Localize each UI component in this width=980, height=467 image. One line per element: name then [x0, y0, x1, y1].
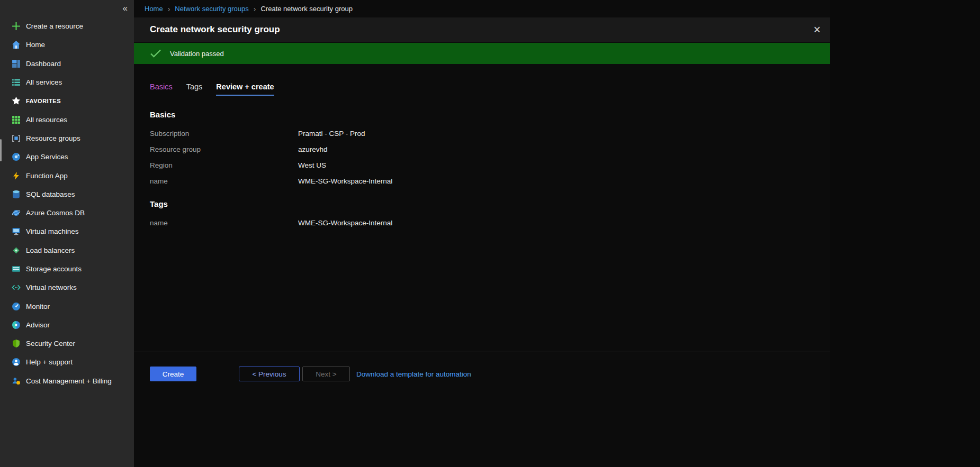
sidebar-item-create-a-resource[interactable]: Create a resource — [0, 17, 134, 35]
sidebar-item-label: Virtual networks — [26, 283, 77, 291]
sidebar-collapse-icon[interactable]: « — [123, 3, 128, 14]
checkmark-icon — [150, 49, 161, 58]
sidebar-item-all-services[interactable]: All services — [0, 73, 134, 91]
lightning-icon — [12, 171, 21, 180]
sidebar-section-favorites: FAVORITES — [0, 91, 134, 110]
favorites-header: FAVORITES — [26, 98, 61, 104]
row-value: West US — [298, 161, 326, 169]
sidebar-item-label: All resources — [26, 116, 67, 124]
sidebar-item-label: Storage accounts — [26, 265, 82, 273]
footer-actions: Create < Previous Next > Download a temp… — [150, 367, 471, 381]
virtual-machine-icon — [12, 227, 21, 236]
create-button[interactable]: Create — [150, 367, 196, 381]
sidebar-item-label: Help + support — [26, 358, 73, 366]
sidebar-item-sql-databases[interactable]: SQL databases — [0, 185, 134, 204]
review-row-subscription: Subscription Pramati - CSP - Prod — [150, 125, 830, 141]
sidebar-item-label: Load balancers — [26, 246, 75, 254]
sidebar-item-label: Azure Cosmos DB — [26, 209, 85, 217]
tab-tags[interactable]: Tags — [186, 83, 203, 96]
sidebar-item-monitor[interactable]: Monitor — [0, 297, 134, 315]
help-support-icon — [12, 358, 21, 367]
sidebar-item-load-balancers[interactable]: Load balancers — [0, 241, 134, 260]
breadcrumb: Home › Network security groups › Create … — [134, 0, 830, 17]
grid-icon — [12, 115, 21, 124]
sidebar-item-label: Cost Management + Billing — [26, 377, 112, 385]
breadcrumb-nsg-link[interactable]: Network security groups — [175, 5, 248, 13]
app-services-icon — [12, 152, 21, 161]
footer-divider — [134, 352, 830, 352]
plus-icon — [12, 22, 21, 31]
download-template-link[interactable]: Download a template for automation — [356, 370, 471, 378]
blade-title-bar: Create network security group × — [134, 17, 830, 42]
tags-row-name: name WME-SG-Workspace-Internal — [150, 215, 830, 231]
sidebar-item-label: Security Center — [26, 340, 75, 347]
row-label: name — [150, 219, 298, 227]
review-content: Basics Subscription Pramati - CSP - Prod… — [134, 96, 830, 231]
row-label: Subscription — [150, 130, 298, 138]
sidebar-item-all-resources[interactable]: All resources — [0, 110, 134, 129]
tab-bar: Basics Tags Review + create — [134, 64, 830, 96]
cost-management-icon — [12, 377, 21, 386]
sidebar-item-advisor[interactable]: Advisor — [0, 316, 134, 334]
sidebar-item-home[interactable]: Home — [0, 35, 134, 54]
sidebar-item-label: Function App — [26, 172, 68, 180]
review-row-name: name WME-SG-Workspace-Internal — [150, 173, 830, 189]
list-icon — [12, 78, 21, 87]
row-value: azurevhd — [298, 145, 328, 153]
cosmos-db-icon — [12, 208, 21, 217]
sidebar-item-label: Advisor — [26, 321, 50, 329]
sidebar-item-label: Dashboard — [26, 60, 61, 68]
breadcrumb-home-link[interactable]: Home — [145, 5, 163, 13]
page-title: Create network security group — [150, 24, 814, 35]
shield-icon — [12, 339, 21, 348]
load-balancer-icon — [12, 246, 21, 255]
dashboard-icon — [12, 59, 21, 68]
resource-groups-icon — [12, 134, 21, 143]
row-label: name — [150, 177, 298, 185]
create-nsg-blade: Home › Network security groups › Create … — [134, 0, 830, 467]
sidebar-item-azure-cosmos-db[interactable]: Azure Cosmos DB — [0, 204, 134, 222]
sidebar-item-cost-management[interactable]: Cost Management + Billing — [0, 372, 134, 390]
sidebar-item-help-support[interactable]: Help + support — [0, 353, 134, 371]
advisor-icon — [12, 321, 21, 329]
review-row-resource-group: Resource group azurevhd — [150, 141, 830, 157]
row-label: Region — [150, 161, 298, 169]
chevron-right-icon: › — [168, 5, 170, 13]
previous-button[interactable]: < Previous — [239, 367, 300, 381]
storage-icon — [12, 264, 21, 273]
sidebar-item-label: All services — [26, 78, 62, 86]
basics-section-heading: Basics — [150, 110, 830, 119]
sidebar-item-label: Resource groups — [26, 134, 80, 142]
tags-section-heading: Tags — [150, 199, 830, 208]
sidebar-item-label: Home — [26, 41, 45, 49]
home-icon — [12, 40, 21, 49]
sidebar-item-function-app[interactable]: Function App — [0, 166, 134, 185]
validation-banner: Validation passed — [134, 43, 830, 64]
row-value: WME-SG-Workspace-Internal — [298, 177, 392, 185]
sidebar-item-security-center[interactable]: Security Center — [0, 334, 134, 353]
sidebar-item-virtual-machines[interactable]: Virtual machines — [0, 222, 134, 241]
sidebar: « Create a resource Home Dashboard All s… — [0, 0, 134, 467]
monitor-gauge-icon — [12, 302, 21, 311]
tab-review-create[interactable]: Review + create — [216, 83, 274, 96]
sidebar-item-virtual-networks[interactable]: Virtual networks — [0, 278, 134, 297]
database-icon — [12, 190, 21, 199]
virtual-network-icon — [12, 283, 21, 292]
tab-basics[interactable]: Basics — [150, 83, 173, 96]
sidebar-item-app-services[interactable]: App Services — [0, 148, 134, 166]
sidebar-item-dashboard[interactable]: Dashboard — [0, 54, 134, 73]
row-value: WME-SG-Workspace-Internal — [298, 219, 392, 227]
row-value: Pramati - CSP - Prod — [298, 130, 365, 138]
sidebar-item-label: Monitor — [26, 303, 50, 310]
sidebar-item-label: App Services — [26, 153, 68, 161]
sidebar-item-storage-accounts[interactable]: Storage accounts — [0, 260, 134, 278]
validation-message: Validation passed — [170, 50, 224, 58]
review-row-region: Region West US — [150, 157, 830, 173]
sidebar-item-resource-groups[interactable]: Resource groups — [0, 129, 134, 148]
row-label: Resource group — [150, 145, 298, 153]
close-icon[interactable]: × — [814, 24, 821, 36]
sidebar-item-label: Create a resource — [26, 22, 83, 30]
star-icon — [12, 96, 21, 105]
azure-portal: « Create a resource Home Dashboard All s… — [0, 0, 980, 467]
sidebar-items: Create a resource Home Dashboard All ser… — [0, 17, 134, 390]
